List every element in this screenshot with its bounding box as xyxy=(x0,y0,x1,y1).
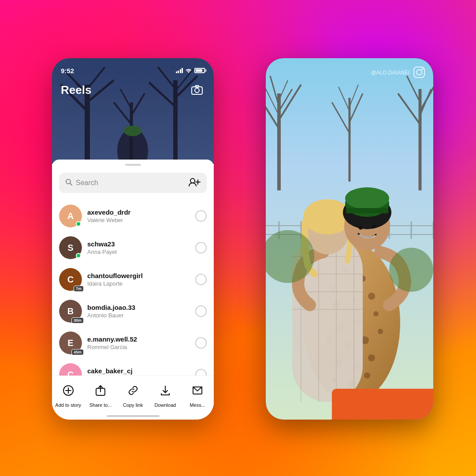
action-item-link-icon[interactable]: Copy link xyxy=(117,381,149,408)
contact-username: chantouflowergirl xyxy=(87,272,190,279)
contact-info: axevedo_drdrValérie Weber xyxy=(87,208,190,223)
reels-title: Reels xyxy=(61,83,91,97)
online-indicator xyxy=(76,253,81,258)
bottom-sheet: Search Aaxevedo_drdrValérie WeberSschwa2… xyxy=(52,160,214,420)
action-bar: Add to story Share to... Copy link Downl… xyxy=(52,376,214,420)
contact-username: cake_baker_cj xyxy=(87,367,190,375)
svg-point-96 xyxy=(359,226,362,230)
contact-info: e.manny.well.52Rommel Garcia xyxy=(87,335,190,350)
action-item-add-story-icon[interactable]: Add to story xyxy=(52,381,84,408)
time-badge: 30m xyxy=(71,317,84,324)
contact-name: Valérie Weber xyxy=(87,217,190,223)
action-item-message-icon[interactable]: Mess... xyxy=(182,381,214,408)
action-label: Add to story xyxy=(55,402,81,408)
svg-point-65 xyxy=(368,293,375,300)
camera-button[interactable] xyxy=(189,82,205,98)
contact-info: chantouflowergirlIdaira Laporte xyxy=(87,272,190,287)
contact-username: bomdia.joao.33 xyxy=(87,304,190,311)
svg-point-20 xyxy=(195,88,199,93)
search-icon xyxy=(65,178,72,187)
contact-item[interactable]: C7mchantouflowergirlIdaira Laporte xyxy=(52,264,214,295)
contact-item[interactable]: E45me.manny.well.52Rommel Garcia xyxy=(52,327,214,359)
svg-point-102 xyxy=(416,70,422,75)
action-label: Download xyxy=(154,402,176,408)
download-icon xyxy=(156,381,175,400)
svg-rect-98 xyxy=(332,389,433,420)
background: 9:52 xyxy=(0,0,476,476)
search-placeholder: Search xyxy=(76,179,185,187)
select-radio[interactable] xyxy=(195,337,207,349)
select-radio[interactable] xyxy=(195,210,207,222)
contact-item[interactable]: Sschwa23Anna Payet xyxy=(52,232,214,264)
watermark-text: @ALO.DAIANEI xyxy=(371,70,409,76)
action-item-share-icon[interactable]: Share to... xyxy=(84,381,116,408)
svg-point-97 xyxy=(372,225,376,228)
time-badge: 7m xyxy=(74,286,84,292)
wifi-icon xyxy=(185,67,192,74)
hug-scene: @ALO.DAIANEI xyxy=(266,58,433,420)
drag-handle xyxy=(125,164,141,166)
svg-point-103 xyxy=(421,68,423,70)
status-icons xyxy=(176,67,205,74)
svg-point-100 xyxy=(389,248,433,292)
svg-point-78 xyxy=(364,372,370,379)
svg-point-68 xyxy=(373,311,379,316)
contact-username: schwa23 xyxy=(87,240,190,248)
svg-line-23 xyxy=(70,183,72,186)
select-radio[interactable] xyxy=(195,305,207,317)
avatar: B30m xyxy=(59,300,82,323)
reels-header: Reels xyxy=(52,78,214,102)
time-badge: 45m xyxy=(71,349,84,355)
svg-rect-18 xyxy=(126,126,139,133)
action-label: Share to... xyxy=(89,402,112,408)
contact-info: bomdia.joao.33Antonio Bauer xyxy=(87,304,190,319)
battery-icon xyxy=(194,68,205,73)
status-time: 9:52 xyxy=(61,67,74,74)
instagram-logo-icon xyxy=(413,66,425,78)
action-item-download-icon[interactable]: Download xyxy=(149,381,181,408)
avatar: A xyxy=(59,205,82,227)
contact-info: schwa23Anna Payet xyxy=(87,240,190,255)
select-radio[interactable] xyxy=(195,242,207,253)
phone-left: 9:52 xyxy=(52,58,214,420)
contact-username: e.manny.well.52 xyxy=(87,335,190,343)
svg-point-94 xyxy=(345,187,389,209)
phone-right: @ALO.DAIANEI xyxy=(266,58,433,420)
add-people-button[interactable] xyxy=(188,177,201,189)
home-indicator xyxy=(107,415,160,417)
svg-rect-95 xyxy=(346,208,388,213)
search-bar[interactable]: Search xyxy=(59,173,207,193)
online-indicator xyxy=(76,221,81,227)
contact-item[interactable]: B30mbomdia.joao.33Antonio Bauer xyxy=(52,295,214,327)
svg-point-72 xyxy=(378,329,383,334)
contact-name: Rommel Garcia xyxy=(87,344,190,350)
contact-username: axevedo_drdr xyxy=(87,208,190,216)
contact-name: Antonio Bauer xyxy=(87,312,190,319)
avatar: C7m xyxy=(59,268,82,291)
contact-name: Idaira Laporte xyxy=(87,280,190,287)
share-icon xyxy=(91,381,110,400)
link-icon xyxy=(124,381,142,400)
avatar: S xyxy=(59,236,82,259)
add-story-icon xyxy=(59,381,78,400)
contact-name: Anna Payet xyxy=(87,249,190,255)
avatar: E45m xyxy=(59,331,82,354)
message-icon xyxy=(188,381,207,400)
svg-point-75 xyxy=(368,354,375,361)
status-bar: 9:52 xyxy=(52,58,214,78)
svg-point-24 xyxy=(190,178,195,183)
action-label: Copy link xyxy=(123,402,143,408)
signal-icon xyxy=(176,68,183,73)
action-label: Mess... xyxy=(190,402,205,408)
select-radio[interactable] xyxy=(195,274,207,285)
contact-item[interactable]: Aaxevedo_drdrValérie Weber xyxy=(52,200,214,232)
